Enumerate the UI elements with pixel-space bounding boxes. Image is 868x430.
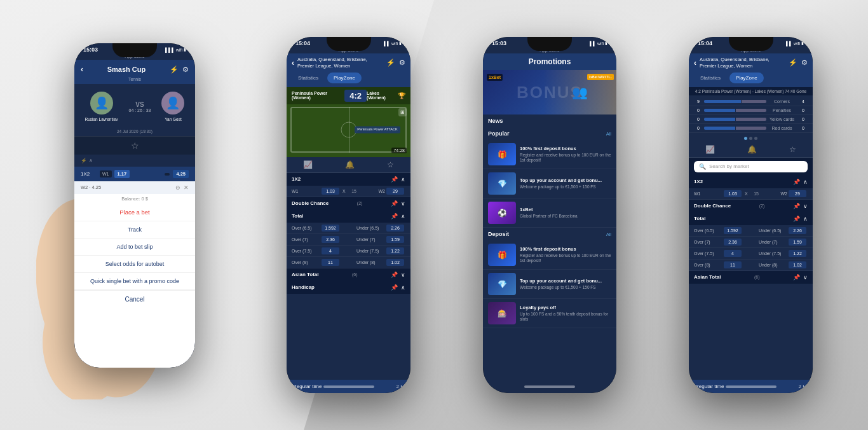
- odds-under-7-4[interactable]: 1.59: [789, 239, 806, 246]
- back-icon2[interactable]: ‹: [292, 59, 294, 67]
- odds-x-4[interactable]: 15: [754, 191, 759, 196]
- double-chance-header4: Double Chance (2) 📌 ∨: [689, 200, 813, 212]
- odds-over-7-4[interactable]: 2.36: [724, 239, 742, 246]
- back-icon[interactable]: ‹: [81, 65, 83, 74]
- pin-icon2[interactable]: 📌: [391, 176, 398, 183]
- expand-icon-a2[interactable]: ∨: [401, 272, 405, 278]
- add-to-bet-slip-button[interactable]: Add to bet slip: [74, 239, 195, 256]
- stats-icon4[interactable]: 📈: [705, 145, 715, 154]
- w1-label[interactable]: W1: [100, 170, 112, 177]
- odds-under-8-4[interactable]: 1.02: [789, 261, 806, 268]
- deposit-all3[interactable]: All: [606, 232, 611, 237]
- promo-item-1-3[interactable]: 🎁 100% first deposit bonus Register and …: [483, 140, 616, 169]
- gear-icon4[interactable]: ⚙: [801, 59, 808, 67]
- asian-header2: Asian Total (6) 📌 ∨: [287, 268, 410, 281]
- odds-over-7_5-2[interactable]: 4: [322, 247, 339, 254]
- odds-over-7-2[interactable]: 2.36: [322, 236, 339, 243]
- tab-playzone2[interactable]: PlayZone: [327, 73, 362, 83]
- pin-icon-d2[interactable]: 📌: [391, 200, 398, 207]
- tab-statistics2[interactable]: Statistics: [292, 73, 325, 83]
- bell-icon4[interactable]: 🔔: [747, 145, 757, 154]
- expand-icon-a4[interactable]: ∨: [803, 274, 808, 281]
- dep-item-1-3[interactable]: 🎁 100% first deposit bonus Register and …: [483, 240, 616, 270]
- w2-label[interactable]: [165, 173, 170, 176]
- odds-under-7-2[interactable]: 1.59: [386, 236, 404, 243]
- 1x2-label4: 1X2: [694, 179, 703, 184]
- odds-w1-4[interactable]: 1.03: [724, 190, 742, 197]
- pin-icon-t2[interactable]: 📌: [391, 213, 398, 219]
- quick-single-bet-button[interactable]: Quick single bet with a promo code: [74, 273, 195, 290]
- stats-icon2[interactable]: 📈: [303, 160, 313, 169]
- bet-expand-icon[interactable]: ⚡: [81, 158, 87, 163]
- total-row-6_5-4: Over (6.5) 1.592 Under (6.5) 2.26: [689, 225, 813, 237]
- bolt-icon[interactable]: ⚡: [170, 66, 179, 74]
- odds-w1-2[interactable]: 1.03: [322, 188, 339, 195]
- phone4-bet-scroll[interactable]: 1X2 📌 ∧ W1 1.03 X 15 W2 29: [689, 176, 813, 394]
- collapse-icon4[interactable]: ∧: [803, 179, 808, 185]
- expand-icon-h2[interactable]: ∧: [401, 284, 405, 291]
- odds-under-6_5-4[interactable]: 2.26: [789, 227, 806, 234]
- phone2-bet-scroll[interactable]: 1X2 📌 ∧ W1 1.03 X 15 W2 29: [287, 173, 410, 394]
- promo-item-2-3[interactable]: 💎 Top up your account and get bonu... We…: [483, 169, 616, 198]
- wifi-icon: wifi: [176, 48, 182, 52]
- page-title: Smash Cup: [107, 66, 146, 73]
- odds-over-6_5-4[interactable]: 1.592: [724, 227, 742, 234]
- odds-under-7_5-4[interactable]: 1.22: [789, 250, 806, 257]
- odds-w2-2[interactable]: 29: [386, 188, 404, 195]
- odds-w1-value[interactable]: 1.17: [114, 170, 130, 178]
- pin-icon-a2[interactable]: 📌: [391, 272, 398, 278]
- home-indicator3: [524, 385, 575, 388]
- expand-icon-d4[interactable]: ∨: [803, 203, 808, 209]
- star-icon2[interactable]: ☆: [387, 160, 394, 169]
- star-icon4[interactable]: ☆: [789, 145, 796, 154]
- cancel-button[interactable]: Cancel: [74, 290, 195, 308]
- dep-thumb-2-3: 💎: [488, 273, 516, 295]
- odds-up-icon[interactable]: ∧: [89, 158, 93, 163]
- gear-icon[interactable]: ⚙: [182, 66, 189, 74]
- back-icon4[interactable]: ‹: [694, 59, 696, 67]
- search-input4[interactable]: 🔍 Search by market: [694, 161, 808, 172]
- popular-all3[interactable]: All: [606, 131, 611, 137]
- view-toggle2[interactable]: ⊞: [398, 108, 407, 116]
- pin-icon-a4[interactable]: 📌: [793, 274, 800, 281]
- odds-over-7_5-4[interactable]: 4: [724, 250, 742, 257]
- pin-icon4[interactable]: 📌: [793, 179, 800, 185]
- select-odds-button[interactable]: Select odds for autobet: [74, 256, 195, 273]
- tab-playzone4[interactable]: PlayZone: [729, 73, 764, 83]
- collapse-icon2[interactable]: ∧: [401, 176, 405, 183]
- bell-icon2[interactable]: 🔔: [345, 160, 355, 169]
- expand-icon-t2[interactable]: ∧: [401, 213, 405, 219]
- pin-icon-d4[interactable]: 📌: [793, 203, 800, 209]
- track-button[interactable]: Track: [74, 221, 195, 239]
- odds-x-2[interactable]: 15: [351, 189, 356, 193]
- corners-bar4: [704, 100, 766, 103]
- star-icon[interactable]: ☆: [131, 141, 139, 151]
- expand-icon-t4[interactable]: ∧: [803, 216, 808, 222]
- bolt-icon2[interactable]: ⚡: [386, 59, 395, 67]
- bolt-icon4[interactable]: ⚡: [789, 59, 797, 67]
- odds-w2-value[interactable]: 4.25: [173, 170, 189, 178]
- bet-minimize-icon[interactable]: ⊖: [175, 184, 180, 191]
- pin-icon-t4[interactable]: 📌: [793, 216, 800, 222]
- odds-over-8-2[interactable]: 11: [322, 259, 339, 266]
- bet-close-icon[interactable]: ✕: [184, 184, 189, 191]
- odds-over-8-4[interactable]: 11: [724, 261, 742, 268]
- player2-info: 👤 Yan Gest: [161, 92, 184, 121]
- bet-type-label: 1X2: [81, 171, 97, 177]
- odds-under-6_5-2[interactable]: 2.26: [386, 225, 404, 232]
- over-8-label2: Over (8): [292, 260, 320, 265]
- odds-w2-4[interactable]: 29: [789, 190, 806, 197]
- dep-item-2-3[interactable]: 💎 Top up your account and get bonu... We…: [483, 270, 616, 299]
- expand-icon-d2[interactable]: ∨: [401, 200, 405, 207]
- battery-icon2: ▮: [399, 41, 402, 46]
- place-bet-button[interactable]: Place a bet: [74, 204, 195, 221]
- tab-statistics4[interactable]: Statistics: [694, 73, 727, 83]
- gear-icon2[interactable]: ⚙: [399, 59, 405, 67]
- dep-item-3-3[interactable]: 🎰 Loyalty pays off Up to 100 FS and a 50…: [483, 299, 616, 328]
- pin-icon-h2[interactable]: 📌: [391, 284, 398, 291]
- odds-under-7_5-2[interactable]: 1.22: [386, 247, 404, 254]
- odds-over-6_5-2[interactable]: 1.592: [322, 225, 339, 232]
- dep-promo3-desc3: Up to 100 FS and a 50% tenth deposit bon…: [520, 312, 611, 322]
- promo-item-3-3[interactable]: ⚽ 1xBet Global Partner of FC Barcelona: [483, 198, 616, 228]
- odds-under-8-2[interactable]: 1.02: [386, 259, 404, 266]
